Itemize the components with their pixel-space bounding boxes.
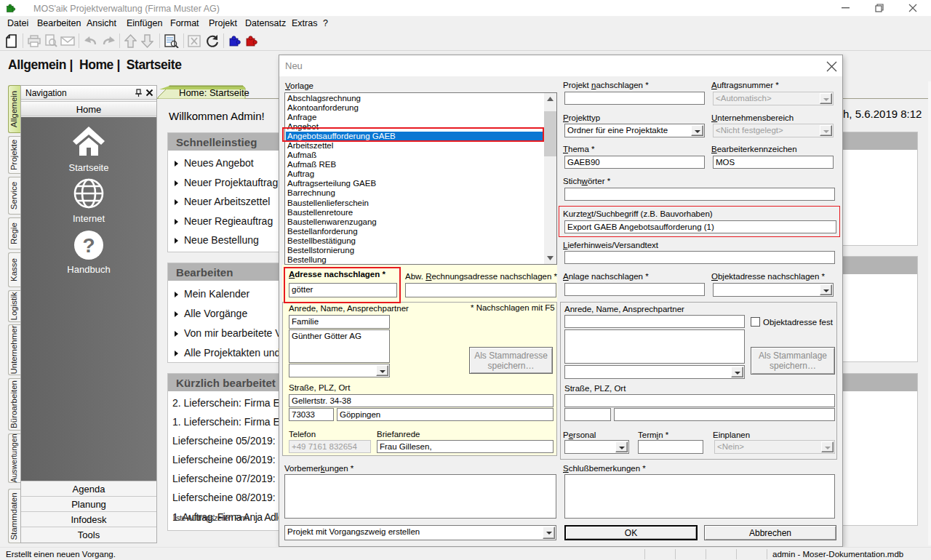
svg-text:?: ? [82,234,95,257]
